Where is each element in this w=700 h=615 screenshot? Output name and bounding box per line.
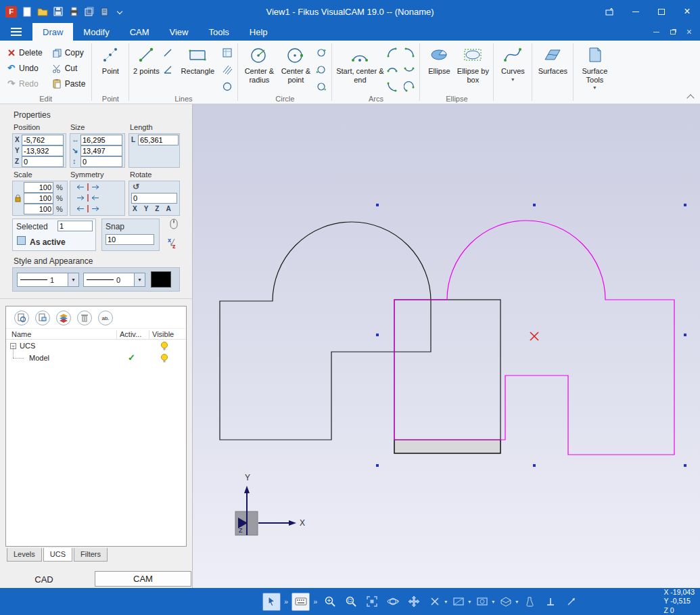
cad-tab[interactable]: CAD: [0, 574, 88, 585]
rectangle-bottom-strip[interactable]: [394, 440, 500, 453]
length-input[interactable]: [138, 135, 179, 145]
line-style-combo[interactable]: 0 ▾: [83, 273, 145, 287]
measure-button[interactable]: [520, 593, 538, 611]
profile-icon[interactable]: [220, 45, 235, 60]
zoom-window-button[interactable]: [342, 593, 360, 611]
rotate-y-button[interactable]: Y: [143, 205, 150, 212]
tree-row-model[interactable]: Model ✓: [6, 352, 186, 364]
mdi-minimize-icon[interactable]: [653, 32, 659, 32]
circle-small-icon[interactable]: [220, 79, 235, 94]
rotate-angle-input[interactable]: [131, 193, 177, 204]
keyboard-input-button[interactable]: [291, 593, 310, 611]
surfaces-button[interactable]: Surfaces: [535, 43, 570, 76]
circle-tangent-1-icon[interactable]: [314, 45, 329, 60]
arc-variant-6-icon[interactable]: [402, 79, 417, 94]
snap-dropdown-icon[interactable]: ▾: [444, 599, 447, 605]
rotate-x-button[interactable]: X: [131, 205, 139, 212]
view-plane-dropdown-icon[interactable]: ▾: [492, 599, 494, 605]
curves-dropdown-icon[interactable]: ▾: [511, 76, 514, 83]
column-name[interactable]: Name: [11, 330, 31, 338]
save-all-icon[interactable]: [84, 6, 95, 17]
trash-icon[interactable]: [77, 311, 92, 325]
line-angle-icon[interactable]: [160, 62, 175, 77]
hamburger-menu-button[interactable]: [0, 23, 32, 41]
cam-tab[interactable]: CAM: [95, 571, 191, 587]
size-height-input[interactable]: [80, 145, 122, 156]
circle-tangent-2-icon[interactable]: [314, 62, 329, 77]
size-depth-input[interactable]: [80, 156, 122, 167]
position-z-input[interactable]: [22, 156, 64, 167]
display-mode-dropdown-icon[interactable]: ▾: [515, 599, 518, 605]
tab-help[interactable]: Help: [239, 23, 278, 41]
arc-variant-1-icon[interactable]: [385, 45, 400, 60]
tab-view[interactable]: View: [160, 23, 199, 41]
mirror-z-button[interactable]: [74, 204, 101, 215]
undo-button[interactable]: ↶ Undo: [3, 60, 46, 76]
line-style-dropdown-icon[interactable]: ▾: [134, 273, 145, 286]
tab-tools[interactable]: Tools: [198, 23, 239, 41]
scale-y-input[interactable]: [24, 193, 53, 204]
cut-button[interactable]: Cut: [49, 60, 89, 76]
ribbon-collapse-icon[interactable]: [686, 94, 694, 101]
maximize-button[interactable]: [649, 0, 674, 23]
delete-button[interactable]: Delete: [3, 45, 46, 60]
arc-variant-3-icon[interactable]: [385, 62, 400, 77]
qat-dropdown-icon[interactable]: [117, 9, 122, 14]
zoom-in-button[interactable]: [321, 593, 339, 611]
circle-center-point-button[interactable]: Center & point: [277, 43, 314, 84]
copy-button[interactable]: Copy: [49, 45, 89, 60]
tab-ucs[interactable]: UCS: [43, 548, 72, 562]
view-plane-button[interactable]: [473, 593, 491, 611]
lock-icon[interactable]: [14, 194, 22, 204]
line-2-points-button[interactable]: 2 points: [132, 43, 160, 76]
mirror-x-button[interactable]: [74, 183, 101, 193]
orbit-button[interactable]: [383, 593, 402, 611]
scale-z-input[interactable]: [24, 204, 53, 214]
redo-button[interactable]: ↷ Redo: [3, 76, 46, 91]
new-ucs-icon[interactable]: [14, 311, 29, 325]
app-logo-icon[interactable]: F: [5, 6, 17, 18]
options-icon[interactable]: [99, 6, 110, 17]
arc-variant-2-icon[interactable]: [402, 45, 417, 60]
column-visible[interactable]: Visible: [152, 330, 174, 338]
curves-button[interactable]: Curves ▾: [496, 43, 529, 83]
selected-count-input[interactable]: [57, 221, 93, 231]
display-mode-button[interactable]: [496, 593, 515, 611]
swap-xz-icon[interactable]: xz: [166, 236, 179, 252]
rotate-z-button[interactable]: Z: [154, 205, 160, 212]
mdi-close-icon[interactable]: ×: [686, 27, 692, 37]
rotate-a-button[interactable]: A: [164, 205, 172, 212]
as-active-checkbox[interactable]: [17, 236, 26, 245]
ellipse-button[interactable]: Ellipse: [423, 43, 455, 76]
line-width-combo[interactable]: 1 ▾: [17, 273, 79, 287]
work-plane-dropdown-icon[interactable]: ▾: [468, 599, 471, 605]
toolbar-overflow-icon[interactable]: »: [313, 597, 317, 606]
size-width-input[interactable]: [80, 135, 122, 145]
column-active[interactable]: Activ...: [120, 330, 141, 338]
point-button[interactable]: Point: [95, 43, 126, 76]
rectangle-button[interactable]: Rectangle: [175, 43, 220, 76]
surface-tools-dropdown-icon[interactable]: ▾: [593, 85, 596, 91]
rename-icon[interactable]: ab.: [98, 311, 113, 325]
line-width-dropdown-icon[interactable]: ▾: [68, 273, 78, 286]
float-window-button[interactable]: [597, 0, 623, 23]
tab-filters[interactable]: Filters: [74, 548, 108, 562]
open-icon[interactable]: [37, 6, 48, 17]
paste-button[interactable]: Paste: [49, 76, 89, 91]
work-plane-button[interactable]: [449, 593, 467, 611]
arc-start-center-end-button[interactable]: Start, center & end: [335, 43, 385, 84]
active-check-icon[interactable]: ✓: [128, 352, 135, 363]
fit-view-button[interactable]: [363, 593, 381, 611]
select-tool-button[interactable]: [262, 593, 281, 611]
print-icon[interactable]: [68, 6, 79, 17]
new-level-icon[interactable]: [35, 311, 50, 325]
viewport[interactable]: Z Y X: [193, 104, 700, 588]
new-document-icon[interactable]: [22, 6, 32, 17]
ellipse-by-box-button[interactable]: Ellipse by box: [455, 43, 490, 84]
tree-row-label[interactable]: Model: [29, 354, 49, 362]
tab-draw[interactable]: Draw: [32, 23, 73, 41]
pan-button[interactable]: [404, 593, 423, 611]
circle-tangent-3-icon[interactable]: [314, 79, 329, 94]
snap-settings-button[interactable]: [425, 593, 444, 611]
canvas-background[interactable]: [193, 104, 700, 588]
